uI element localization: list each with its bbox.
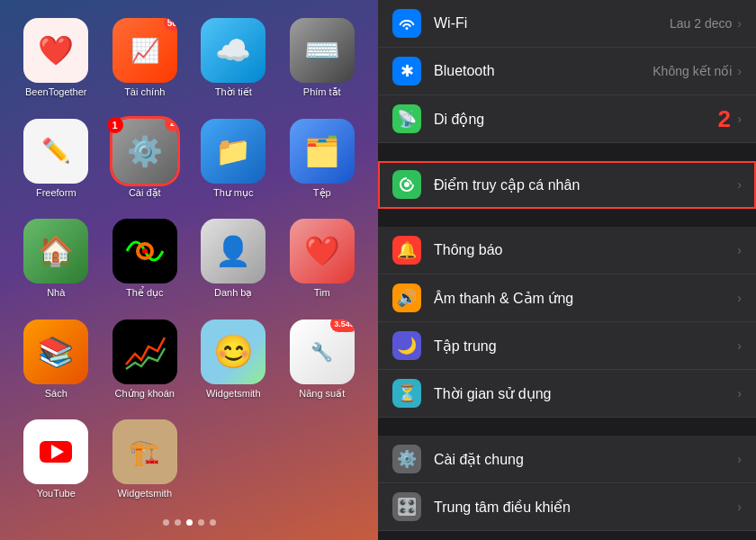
- bluetooth-value: Không kết nối: [652, 64, 732, 78]
- trungtam-title: Trung tâm điều khiển: [434, 499, 737, 516]
- bluetooth-title: Bluetooth: [434, 63, 652, 79]
- taptrung-icon: 🌙: [392, 331, 421, 360]
- app-label: Widgetsmith: [117, 488, 172, 499]
- app-label: Năng suất: [299, 388, 345, 400]
- hotspot-content: Điểm truy cập cá nhân: [434, 176, 737, 194]
- app-taichinh[interactable]: 📈 50 Tài chính: [105, 18, 185, 110]
- thoigiansudung-icon: ⏳: [392, 379, 421, 408]
- settings-row-amthanh[interactable]: 🔊 Âm thanh & Cảm ứng ›: [378, 274, 756, 322]
- thoigiansudung-content: Thời gian sử dụng: [434, 385, 737, 402]
- app-sach[interactable]: 📚 Sách: [16, 320, 96, 411]
- app-label: Freeform: [36, 187, 76, 198]
- thongbao-title: Thông báo: [434, 242, 737, 258]
- home-screen: ❤️ BeenTogether 📈 50 Tài chính ☁️ Thời t…: [0, 0, 378, 540]
- app-label: Sách: [45, 388, 68, 399]
- wifi-right: Lau 2 deco ›: [670, 16, 742, 31]
- app-label: Thời tiết: [215, 86, 252, 98]
- app-label: Chứng khoán: [115, 388, 175, 400]
- app-label: YouTube: [37, 488, 76, 499]
- app-phimtat[interactable]: ⌨️ Phím tắt: [283, 18, 363, 110]
- app-caidat[interactable]: ⚙️ 2 1 Cài đặt: [105, 119, 185, 211]
- app-nha[interactable]: 🏠 Nhà: [16, 219, 96, 310]
- dot-5: [210, 519, 216, 526]
- bluetooth-right: Không kết nối ›: [652, 64, 742, 78]
- badge-taichinh: 50: [164, 18, 177, 31]
- settings-row-hotspot[interactable]: Điểm truy cập cá nhân ›: [378, 161, 756, 209]
- app-label: Cài đặt: [129, 187, 161, 199]
- thongbao-right: ›: [737, 243, 742, 257]
- thongbao-content: Thông báo: [434, 242, 737, 258]
- settings-section-general: ⚙️ Cài đặt chung › 🎛️ Trung tâm điều khi…: [378, 436, 756, 531]
- didong-icon: 📡: [392, 104, 421, 133]
- settings-row-trungtam[interactable]: 🎛️ Trung tâm điều khiển ›: [378, 483, 756, 531]
- step-label-2: 2: [718, 105, 731, 133]
- svg-point-7: [404, 182, 410, 187]
- chevron-icon: ›: [737, 177, 742, 192]
- dot-3: [186, 519, 193, 526]
- settings-section-hotspot: Điểm truy cập cá nhân ›: [378, 161, 756, 209]
- caidatchung-icon: ⚙️: [392, 445, 421, 473]
- thongbao-icon: 🔔: [392, 236, 421, 265]
- app-freeform[interactable]: ✏️ Freeform: [16, 119, 96, 211]
- hotspot-icon: [392, 170, 421, 199]
- chevron-icon: ›: [737, 452, 742, 466]
- app-label: Nhà: [47, 287, 65, 298]
- badge-caidat: 2: [165, 119, 177, 131]
- trungtam-right: ›: [737, 500, 742, 514]
- dot-4: [198, 519, 204, 526]
- chevron-icon: ›: [737, 500, 742, 514]
- dot-2: [175, 519, 181, 526]
- didong-title: Di động: [434, 111, 737, 128]
- amthanh-title: Âm thanh & Cảm ứng: [434, 290, 737, 307]
- app-tep[interactable]: 🗂️ Tệp: [283, 119, 363, 211]
- app-label: Thể dục: [126, 287, 164, 299]
- chevron-icon: ›: [737, 386, 742, 400]
- app-label: Tim: [314, 287, 330, 298]
- app-label: Thư mục: [213, 187, 254, 199]
- wifi-title: Wi-Fi: [434, 15, 670, 32]
- wifi-icon: [392, 9, 421, 38]
- app-thoitiet[interactable]: ☁️ Thời tiết: [194, 18, 274, 110]
- thoigiansudung-title: Thời gian sử dụng: [434, 385, 737, 402]
- app-beentogether[interactable]: ❤️ BeenTogether: [16, 18, 96, 110]
- chevron-icon: ›: [737, 243, 742, 257]
- taptrung-right: ›: [737, 338, 742, 353]
- settings-row-didong[interactable]: 📡 Di động › 2: [378, 95, 756, 143]
- app-nangxuat[interactable]: 🔧 3.543 Năng suất: [283, 320, 363, 411]
- app-tim[interactable]: ❤️ Tim: [283, 219, 363, 310]
- settings-row-thoigiansudung[interactable]: ⏳ Thời gian sử dụng ›: [378, 370, 756, 418]
- section-divider: [378, 143, 756, 161]
- hotspot-title: Điểm truy cập cá nhân: [434, 176, 737, 194]
- app-youtube[interactable]: YouTube: [16, 419, 96, 510]
- svg-point-2: [142, 248, 148, 254]
- app-label: BeenTogether: [25, 86, 87, 97]
- step-label-1: 1: [107, 117, 123, 133]
- chevron-icon: ›: [737, 16, 742, 31]
- chevron-icon: ›: [737, 338, 742, 353]
- amthanh-content: Âm thanh & Cảm ứng: [434, 290, 737, 307]
- app-label: Phím tắt: [303, 86, 341, 98]
- settings-row-caidatchung[interactable]: ⚙️ Cài đặt chung ›: [378, 436, 756, 483]
- app-theduc[interactable]: Thể dục: [105, 219, 185, 310]
- settings-row-taptrung[interactable]: 🌙 Tập trung ›: [378, 322, 756, 370]
- settings-row-bluetooth[interactable]: ✱ Bluetooth Không kết nối ›: [378, 48, 756, 95]
- settings-row-thongbao[interactable]: 🔔 Thông báo ›: [378, 227, 756, 274]
- app-danhba[interactable]: 👤 Danh bạ: [194, 219, 274, 310]
- app-chungkhoan[interactable]: Chứng khoán: [105, 320, 185, 411]
- bluetooth-icon: ✱: [392, 57, 421, 86]
- didong-right: ›: [737, 112, 742, 126]
- didong-content: Di động: [434, 111, 737, 128]
- app-widgetsmith2[interactable]: 🏗️ Widgetsmith: [105, 419, 185, 510]
- settings-row-wifi[interactable]: Wi-Fi Lau 2 deco ›: [378, 0, 756, 48]
- badge-nangxuat: 3.543: [330, 320, 355, 332]
- app-label: Tài chính: [124, 86, 165, 97]
- section-divider-2: [378, 209, 756, 227]
- taptrung-title: Tập trung: [434, 338, 737, 355]
- app-thumuc[interactable]: 📁 Thư mục: [194, 119, 274, 211]
- wifi-value: Lau 2 deco: [670, 16, 732, 31]
- thoigiansudung-right: ›: [737, 386, 742, 400]
- bluetooth-content: Bluetooth: [434, 63, 652, 79]
- hotspot-right: ›: [737, 177, 742, 192]
- chevron-icon: ›: [737, 291, 742, 305]
- app-widgetsmith-photo[interactable]: 😊 Widgetsmith: [194, 320, 274, 411]
